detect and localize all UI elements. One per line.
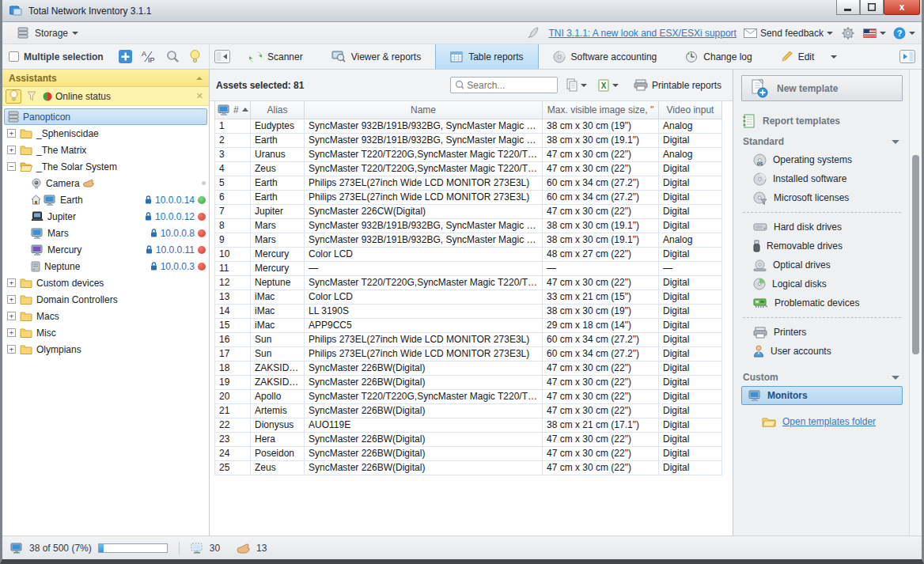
tree-item-olympians[interactable]: +Olympians [2,341,209,358]
tab-table-reports[interactable]: Table reports [435,44,538,69]
tree-item-jupiter[interactable]: Jupiter10.0.0.12 [2,208,209,225]
printable-reports-button[interactable]: Printable reports [634,79,721,91]
table-row[interactable]: 12NeptuneSyncMaster T220/T220G,SyncMaste… [215,275,722,290]
table-row[interactable]: 3UranusSyncMaster T220/T220G,SyncMaster … [215,147,722,161]
column-header-video-input[interactable]: Video input [659,101,722,119]
tab-change-log[interactable]: Change log [671,44,766,69]
open-templates-folder-link[interactable]: Open templates folder [782,416,876,427]
send-feedback-button[interactable]: Send feedback [744,28,833,39]
announcement-link[interactable]: TNI 3.1.1: A new look and ESX/ESXi suppo… [548,28,736,39]
table-row[interactable]: 18ZAKSIDERSyncMaster 226BW(Digital)47 cm… [215,361,722,375]
tree-item-misc[interactable]: +Misc [2,324,209,341]
table-row[interactable]: 17SunPhilips 273EL(27inch Wide LCD MONIT… [215,346,722,361]
gear-icon[interactable] [840,25,856,41]
template-logical-disks[interactable]: Logical disks [741,274,903,293]
search-input[interactable] [467,80,553,91]
tree-expander-icon[interactable]: + [7,328,16,337]
table-row[interactable]: 11Mercury——— [215,261,722,275]
find-device-button[interactable] [165,49,180,65]
custom-section-header[interactable]: Custom [743,372,903,383]
assistants-header[interactable]: Assistants [2,70,209,87]
tab-scanner[interactable]: Scanner [235,44,317,69]
table-row[interactable]: 23HeraSyncMaster 226BW(Digital)47 cm x 3… [215,432,722,446]
language-flag-button[interactable] [863,28,886,38]
table-row[interactable]: 2EarthSyncMaster 932B/191B/932BG, SyncMa… [215,133,722,147]
add-device-button[interactable] [117,49,133,65]
column-header-size[interactable]: Max. visible image size, " [543,101,659,119]
table-row[interactable]: 7JupiterSyncMaster 226CW(Digital)47 cm x… [215,204,722,218]
template-removable-drives[interactable]: Removable drives [741,237,903,256]
tab-viewer-reports[interactable]: Viewer & reports [317,44,435,69]
table-row[interactable]: 4ZeusSyncMaster T220/T220G,SyncMaster Ma… [215,161,722,176]
tree-item-macs[interactable]: +Macs [2,308,209,324]
filter-toggle-button[interactable] [24,89,40,104]
template-hard-disk-drives[interactable]: Hard disk drives [741,218,903,237]
template-optical-drives[interactable]: Optical drives [741,256,903,274]
tree-item--the-matrix[interactable]: +_The Matrix [2,142,209,158]
copy-report-button[interactable] [564,77,589,93]
tree-expander-icon[interactable]: + [7,146,16,154]
close-assistant-icon[interactable]: ✕ [196,91,206,101]
tree-item-panopticon[interactable]: Panopticon [4,108,207,125]
column-header-name[interactable]: Name [305,101,543,119]
tree-item-domain-controllers[interactable]: +Domain Controllers [2,291,209,308]
minimize-button[interactable] [836,0,860,15]
table-row[interactable]: 13iMacColor LCD33 cm x 21 cm (15")Digita… [215,290,722,304]
column-header-alias[interactable]: Alias [251,101,305,119]
tree-item--spheniscidae[interactable]: +_Spheniscidae [2,125,209,142]
tree-expander-icon[interactable]: + [7,312,16,320]
help-button[interactable]: ? [893,27,915,40]
table-row[interactable]: 25ZeusSyncMaster 226BW(Digital)47 cm x 3… [215,460,722,475]
export-excel-button[interactable]: X [596,78,621,93]
tree-item-mars[interactable]: Mars10.0.0.8 [2,225,209,241]
table-row[interactable]: 14iMacLL 3190S38 cm x 30 cm (19")Digital [215,304,722,318]
assistant-bulb-button[interactable] [187,49,203,65]
standard-section-header[interactable]: Standard [743,136,903,147]
template-printers[interactable]: Printers [741,323,903,342]
table-row[interactable]: 24PoseidonSyncMaster 226BW(Digital)47 cm… [215,446,722,460]
template-operating-systems[interactable]: osOperating systems [741,150,903,169]
column-header-number[interactable]: # [215,101,251,119]
table-row[interactable]: 15iMacAPP9CC529 cm x 18 cm (14")Digital [215,318,722,332]
table-row[interactable]: 5EarthPhilips 273EL(27inch Wide LCD MONI… [215,176,722,190]
table-row[interactable]: 16SunPhilips 273EL(27inch Wide LCD MONIT… [215,332,722,346]
tree-expander-icon[interactable]: + [7,129,16,138]
tree-item-custom-devices[interactable]: +Custom devices [2,274,209,291]
templates-scrollbar[interactable] [909,70,922,536]
template-installed-software[interactable]: Installed software [741,169,903,188]
table-row[interactable]: 22DionysusAUO119E38 cm x 21 cm (17.1")Di… [215,418,722,432]
table-row[interactable]: 9MarsSyncMaster 932B/191B/932BG, SyncMas… [215,233,722,247]
multiple-selection-checkbox[interactable]: Multiple selection [9,51,104,62]
search-box[interactable] [450,77,558,93]
tree-item--the-solar-system[interactable]: −_The Solar System [2,158,209,175]
tree-expander-icon[interactable]: − [7,162,16,171]
collapse-sidebar-button[interactable] [214,44,230,69]
tree-item-earth[interactable]: Earth10.0.0.14 [2,191,209,208]
scan-by-ip-button[interactable]: AIP [139,49,158,65]
expand-panel-button[interactable] [899,49,915,65]
table-row[interactable]: 6EarthPhilips 273EL(27inch Wide LCD MONI… [215,190,722,204]
table-row[interactable]: 1EudyptesSyncMaster 932B/191B/932BG, Syn… [215,119,722,133]
table-row[interactable]: 8MarsSyncMaster 932B/191B/932BG, SyncMas… [215,218,722,233]
tree-item-mercury[interactable]: Mercury10.0.0.11 [2,241,209,258]
scrollbar-thumb[interactable] [912,155,919,354]
bulb-toggle-button[interactable] [6,89,21,104]
tree-expander-icon[interactable]: + [7,278,16,287]
template-microsoft-licenses[interactable]: Microsoft licenses [741,188,903,207]
table-header-row[interactable]: # Alias Name Max. visible image size, " … [215,101,722,119]
storage-menu-button[interactable]: Storage [9,23,85,44]
close-button[interactable]: x [884,0,920,15]
template-user-accounts[interactable]: User accounts [741,342,903,361]
table-row[interactable]: 19ZAKSIDERSyncMaster 226BW(Digital)47 cm… [215,375,722,389]
table-row[interactable]: 10MercuryColor LCD48 cm x 27 cm (22")Dig… [215,247,722,261]
template-monitors[interactable]: Monitors [741,386,903,405]
table-row[interactable]: 20ApolloSyncMaster T220/T220G,SyncMaster… [215,389,722,403]
tree-expander-icon[interactable]: + [7,295,16,304]
tree-expander-icon[interactable]: + [7,345,16,354]
tree-item-neptune[interactable]: Neptune10.0.0.3 [2,258,209,274]
tree-item-camera[interactable]: Camera [2,175,209,191]
template-problematic-devices[interactable]: Problematic devices [741,293,903,312]
table-row[interactable]: 21ArtemisSyncMaster 226BW(Digital)47 cm … [215,403,722,418]
new-template-button[interactable]: New template [741,75,903,101]
tab-edit[interactable]: Edit [767,44,852,69]
